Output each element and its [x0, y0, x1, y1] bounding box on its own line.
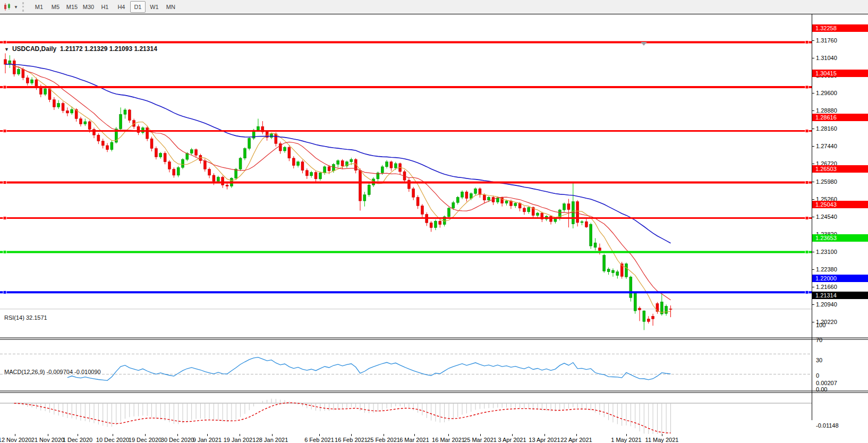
- price-line-label: 1.30415: [812, 70, 868, 77]
- date-label: 12 Nov 2020: [0, 437, 31, 443]
- date-label: 16 Mar 2021: [432, 437, 465, 443]
- price-axis-line: [812, 14, 812, 420]
- axis-tick: [812, 40, 814, 41]
- axis-tick: [812, 146, 814, 147]
- price-tick-label: 1.31040: [816, 55, 837, 61]
- timeframe-button-h1[interactable]: H1: [97, 1, 113, 13]
- date-label: 10 Dec 2020: [96, 437, 129, 443]
- date-label: 3 Apr 2021: [498, 437, 526, 443]
- date-label: 11 May 2021: [645, 437, 679, 443]
- date-tick: [145, 434, 146, 436]
- toolbar-grip[interactable]: [22, 2, 27, 12]
- axis-tick: [812, 58, 814, 58]
- timeframe-button-h4[interactable]: H4: [114, 1, 129, 13]
- timeframe-button-m30[interactable]: M30: [81, 1, 96, 13]
- date-tick: [78, 434, 78, 436]
- price-line-label: 1.22000: [812, 275, 868, 282]
- toolbar: ▼ M1M5M15M30H1H4D1W1MN: [0, 0, 868, 14]
- chart-window: ▼USDCAD,Daily 1.21172 1.21329 1.21093 1.…: [0, 14, 868, 421]
- chart-symbol: USDCAD,Daily: [12, 45, 56, 53]
- date-tick: [272, 434, 273, 436]
- chart-title: ▼USDCAD,Daily 1.21172 1.21329 1.21093 1.…: [4, 45, 157, 53]
- axis-tick: [812, 164, 814, 164]
- axis-tick: [812, 287, 814, 287]
- timeframe-button-m1[interactable]: M1: [31, 1, 47, 13]
- date-tick: [544, 434, 545, 436]
- price-tick-label: 1.24540: [816, 214, 837, 220]
- axis-tick: [812, 93, 814, 93]
- time-axis[interactable]: 12 Nov 202021 Nov 20201 Dec 202010 Dec 2…: [0, 434, 868, 443]
- date-tick: [48, 434, 48, 436]
- timeframe-buttons: M1M5M15M30H1H4D1W1MN: [31, 1, 179, 13]
- price-tick-label: 0.00207: [816, 380, 837, 386]
- price-tick-label: 0.00: [816, 386, 827, 393]
- date-tick: [177, 434, 178, 436]
- axis-tick: [812, 252, 814, 252]
- date-label: 13 Apr 2021: [529, 437, 560, 443]
- date-label: 6 Feb 2021: [304, 437, 334, 443]
- date-tick: [319, 434, 320, 436]
- axis-tick: [812, 199, 814, 200]
- price-chart[interactable]: [0, 14, 868, 443]
- price-tick-label: 70: [816, 337, 822, 343]
- axis-tick: [812, 129, 814, 129]
- price-tick-label: 1.29600: [816, 90, 837, 96]
- date-tick: [15, 434, 15, 436]
- price-tick-label: 1.25980: [816, 178, 837, 185]
- timeframe-button-m5[interactable]: M5: [48, 1, 63, 13]
- date-label: 19 Dec 2020: [129, 437, 161, 443]
- axis-tick: [812, 110, 814, 111]
- axis-tick: [812, 269, 814, 270]
- date-tick: [448, 434, 449, 436]
- date-tick: [414, 434, 415, 436]
- price-tick-label: 0: [816, 372, 819, 379]
- axis-tick: [812, 322, 814, 322]
- price-line-label: 1.26503: [812, 165, 868, 173]
- chevron-down-icon[interactable]: ▼: [14, 5, 18, 10]
- collapse-arrow-icon[interactable]: ▼: [4, 47, 9, 52]
- date-label: 16 Feb 2021: [335, 437, 368, 443]
- date-tick: [113, 434, 113, 436]
- date-tick: [626, 434, 627, 436]
- rsi-label: RSI(14) 32.1571: [4, 314, 47, 321]
- price-tick-label: 1.27440: [816, 143, 837, 149]
- date-label: 25 Mar 2021: [464, 437, 497, 443]
- date-tick: [240, 434, 240, 436]
- axis-tick: [812, 217, 814, 217]
- price-tick-label: 1.22380: [816, 266, 837, 272]
- price-line-label: 1.25043: [812, 201, 868, 208]
- date-label: 1 May 2021: [611, 437, 641, 443]
- price-tick-label: 1.28160: [816, 125, 837, 132]
- date-tick: [384, 434, 384, 436]
- chart-ohlc-values: 1.21172 1.21329 1.21093 1.21314: [60, 45, 157, 53]
- date-label: 9 Jan 2021: [193, 437, 222, 443]
- price-tick-label: 1.20940: [816, 301, 837, 308]
- price-tick-label: 100: [816, 322, 826, 328]
- date-tick: [480, 434, 481, 436]
- date-tick: [351, 434, 352, 436]
- timeframe-button-w1[interactable]: W1: [147, 1, 162, 13]
- date-tick: [512, 434, 513, 436]
- price-tick-label: 30: [816, 357, 822, 363]
- price-line-label: 1.32258: [812, 24, 868, 32]
- timeframe-button-d1[interactable]: D1: [130, 1, 146, 13]
- price-tick-label: 1.23100: [816, 249, 837, 255]
- price-tick-label: 1.31760: [816, 37, 837, 44]
- date-label: 19 Jan 2021: [224, 437, 256, 443]
- date-label: 1 Dec 2020: [63, 437, 92, 443]
- price-line-label: 1.21314: [812, 292, 868, 299]
- date-tick: [207, 434, 208, 436]
- date-tick: [576, 434, 577, 436]
- date-label: 6 Mar 2021: [399, 437, 429, 443]
- price-line-label: 1.28616: [812, 114, 868, 121]
- chart-shift-marker[interactable]: [641, 42, 647, 46]
- axis-tick: [812, 304, 814, 305]
- price-tick-label: 1.21660: [816, 284, 837, 290]
- price-line-label: 1.23653: [812, 234, 868, 242]
- chart-type-icon[interactable]: [2, 2, 13, 12]
- date-label: 25 Feb 2021: [367, 437, 400, 443]
- date-label: 28 Jan 2021: [256, 437, 288, 443]
- timeframe-button-m15[interactable]: M15: [64, 1, 80, 13]
- timeframe-button-mn[interactable]: MN: [163, 1, 178, 13]
- date-label: 22 Apr 2021: [560, 437, 592, 443]
